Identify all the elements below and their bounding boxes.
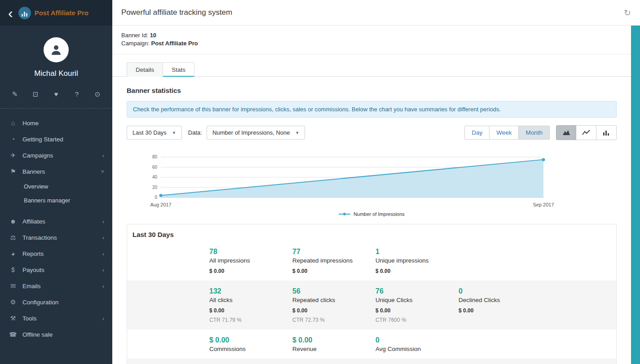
sidebar-header: ‹ Post Affiliate Pro	[0, 0, 112, 26]
stat-value: $ 0.00	[209, 336, 292, 344]
chart-type-group	[556, 125, 617, 140]
chevron-down-icon: ▼	[172, 131, 176, 135]
period-select-value: Last 30 Days	[132, 129, 167, 136]
sidebar-item-home[interactable]: ⌂Home	[0, 115, 112, 131]
data-select[interactable]: Number of Impressions, None ▼	[207, 126, 305, 140]
stat-value: 132	[209, 287, 292, 295]
configuration-icon: ⚙	[9, 298, 17, 306]
tab-details[interactable]: Details	[127, 62, 163, 77]
stat-label: All clicks	[209, 297, 292, 303]
stat-money: $ 0.00	[375, 268, 459, 274]
banner-info: Banner Id: 10 Campaign: Post Affiliate P…	[112, 26, 631, 54]
next-row-peek	[127, 359, 616, 364]
home-icon: ⌂	[9, 119, 17, 127]
line-chart-icon-button[interactable]	[576, 125, 596, 140]
tab-stats[interactable]: Stats	[163, 62, 194, 77]
back-button[interactable]: ‹	[8, 1, 13, 25]
granularity-day-button[interactable]: Day	[464, 126, 490, 140]
submenu-gap	[0, 207, 112, 213]
sidebar-menu: ⌂Home◔Getting Started✈Campaigns‹⚑Banners…	[0, 112, 112, 364]
stat-ctr: CTR 72.73 %	[292, 317, 375, 323]
sidebar-item-label: Payouts	[22, 267, 102, 273]
sidebar-subitem-banners-manager[interactable]: Banners manager	[0, 193, 112, 207]
help-icon[interactable]: ?	[73, 90, 81, 98]
banner-id-label: Banner Id:	[121, 32, 148, 39]
data-label: Data:	[188, 129, 202, 136]
chevron-left-icon: ‹	[102, 152, 104, 159]
area-chart-icon	[562, 130, 570, 136]
avatar-wrap	[0, 37, 112, 62]
stat-money: $ 0.00	[292, 268, 375, 274]
section-title: Banner statistics	[127, 87, 617, 94]
sidebar-item-configuration[interactable]: ⚙Configuration	[0, 294, 112, 310]
stat-label: Unique impressions	[375, 257, 459, 264]
sidebar: ‹ Post Affiliate Pro Michal Kouril ✎⊡♥?⊙…	[0, 0, 112, 364]
user-name: Michal Kouril	[0, 69, 112, 78]
emails-icon: ✉	[9, 282, 17, 289]
sidebar-item-emails[interactable]: ✉Emails‹	[0, 278, 112, 294]
stat-label: All impressions	[209, 257, 292, 264]
svg-text:Aug 2017: Aug 2017	[150, 202, 171, 207]
sidebar-item-payouts[interactable]: $Payouts‹	[0, 262, 112, 278]
edit-icon[interactable]: ✎	[11, 90, 19, 98]
sidebar-item-getting-started[interactable]: ◔Getting Started	[0, 131, 112, 147]
stat-value: $ 0.00	[292, 336, 375, 344]
refresh-icon[interactable]: ↻	[624, 8, 631, 18]
stat-money: $ 0.00	[375, 307, 459, 314]
sidebar-item-label: Reports	[22, 250, 102, 257]
top-bar: Powerful affiliate tracking system ↻	[112, 0, 640, 26]
sidebar-item-transactions[interactable]: ⚖Transactions‹	[0, 229, 112, 246]
stat-label: Commissions	[209, 346, 292, 352]
sidebar-item-campaigns[interactable]: ✈Campaigns‹	[0, 147, 112, 163]
stat-ctr: CTR 7600 %	[375, 317, 459, 323]
svg-text:40: 40	[152, 175, 158, 180]
stat-money: $ 0.00	[459, 307, 542, 314]
sidebar-item-label: Tools	[22, 315, 102, 322]
stat-cell: 132All clicks$ 0.00CTR 71.79 %	[209, 287, 292, 323]
data-select-value: Number of Impressions, None	[212, 129, 290, 136]
sidebar-item-tools[interactable]: ⚒Tools‹	[0, 310, 112, 326]
stat-cell: 0Avg Commission	[375, 336, 459, 352]
logo-text[interactable]: Post Affiliate Pro	[35, 9, 88, 17]
main-area: Powerful affiliate tracking system ↻ Ban…	[112, 0, 640, 364]
stat-cell: 76Unique Clicks$ 0.00CTR 7600 %	[375, 287, 459, 323]
monitor-icon[interactable]: ⊡	[31, 90, 40, 98]
stat-value: 56	[292, 287, 375, 295]
controls-row: Last 30 Days ▼ Data: Number of Impressio…	[127, 125, 617, 140]
transactions-icon: ⚖	[9, 234, 17, 241]
stat-row-spacer	[127, 248, 209, 274]
campaign-line: Campaign: Post Affiliate Pro	[121, 40, 622, 47]
bar-chart-icon-button[interactable]	[596, 125, 617, 140]
stat-cell: 1Unique impressions$ 0.00	[375, 248, 459, 274]
page-title: Powerful affiliate tracking system	[121, 8, 624, 17]
heart-icon[interactable]: ♥	[52, 90, 60, 98]
sidebar-item-offline-sale[interactable]: ☎Offline sale	[0, 326, 112, 342]
getting-started-icon: ◔	[9, 136, 17, 143]
period-select[interactable]: Last 30 Days ▼	[127, 126, 182, 140]
stat-cell: 56Repeated clicks$ 0.00CTR 72.73 %	[292, 287, 375, 323]
info-alert: Check the performance of this banner for…	[127, 101, 617, 118]
power-icon[interactable]: ⊙	[93, 90, 102, 98]
granularity-week-button[interactable]: Week	[490, 126, 519, 140]
area-chart-icon-button[interactable]	[556, 125, 576, 140]
granularity-month-button[interactable]: Month	[519, 126, 550, 140]
stat-cell: 77Repeated impressions$ 0.00	[292, 248, 375, 274]
sidebar-item-label: Home	[22, 120, 104, 127]
stat-cell: $ 0.00Revenue	[292, 336, 375, 352]
logo-icon[interactable]	[18, 7, 31, 19]
sidebar-subitem-overview[interactable]: Overview	[0, 180, 112, 193]
svg-text:0: 0	[154, 195, 157, 200]
bar-chart-icon	[602, 130, 610, 136]
chevron-down-icon: ▼	[296, 131, 300, 135]
quick-icons: ✎⊡♥?⊙	[0, 90, 112, 98]
sidebar-item-reports[interactable]: ◕Reports‹	[0, 246, 112, 262]
svg-text:60: 60	[152, 165, 158, 170]
chevron-left-icon: ‹	[102, 218, 104, 225]
stat-money: $ 0.00	[292, 307, 375, 314]
sidebar-item-label: Banners	[22, 168, 101, 175]
stat-cell: 0Declined Clicks$ 0.00	[459, 287, 542, 323]
sidebar-item-affiliates[interactable]: ☻Affiliates‹	[0, 213, 112, 229]
stat-cell: 78All impressions$ 0.00	[209, 248, 292, 274]
stat-value: 0	[459, 287, 542, 295]
sidebar-item-banners[interactable]: ⚑Banners˅	[0, 163, 112, 180]
